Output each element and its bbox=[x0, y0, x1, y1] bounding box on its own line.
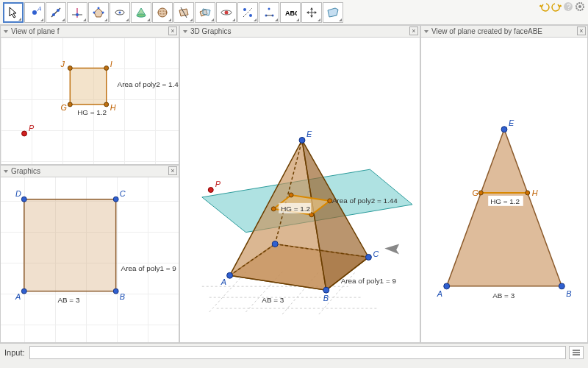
svg-point-69 bbox=[208, 188, 213, 193]
svg-point-33 bbox=[578, 5, 581, 8]
command-input[interactable] bbox=[29, 346, 566, 359]
close-icon[interactable]: × bbox=[168, 166, 177, 175]
input-bar: Input: bbox=[0, 343, 588, 361]
tool-rotate[interactable] bbox=[216, 2, 237, 23]
label-b-abe: B bbox=[566, 289, 571, 298]
panel-header-graphics[interactable]: Graphics × bbox=[1, 166, 179, 177]
svg-rect-80 bbox=[573, 352, 580, 353]
measure-area-poly1-3d: Area of poly1 = 9 bbox=[341, 277, 397, 285]
svg-point-42 bbox=[113, 197, 118, 202]
measure-hg-3d: HG = 1.2 bbox=[281, 205, 310, 213]
svg-point-9 bbox=[98, 7, 100, 9]
label-c: C bbox=[120, 189, 126, 198]
panel-header-abe[interactable]: View of plane created by faceABE × bbox=[421, 26, 587, 38]
tool-point[interactable]: A bbox=[24, 2, 45, 23]
svg-point-4 bbox=[57, 9, 60, 12]
tool-cone[interactable] bbox=[131, 2, 151, 23]
canvas-plane-abe[interactable]: E A B G H HG = 1.2 AB = 3 bbox=[421, 38, 587, 342]
redo-icon[interactable] bbox=[551, 1, 562, 12]
canvas-3d[interactable]: E A B C P HG = 1.2 Area of poly2 = 1.44 … bbox=[180, 38, 420, 342]
tool-sphere[interactable] bbox=[152, 2, 173, 23]
label-h-abe: H bbox=[532, 188, 538, 197]
svg-point-67 bbox=[365, 254, 371, 260]
svg-point-64 bbox=[299, 137, 305, 143]
tool-perpendicular[interactable] bbox=[67, 2, 87, 23]
svg-point-38 bbox=[104, 102, 109, 107]
svg-rect-34 bbox=[70, 68, 106, 105]
svg-point-66 bbox=[323, 287, 329, 293]
svg-point-68 bbox=[272, 241, 278, 247]
measure-ab-3d: AB = 3 bbox=[262, 296, 284, 304]
measure-area-poly2: Area of poly2 = 1.44 bbox=[118, 80, 179, 88]
svg-marker-71 bbox=[447, 130, 562, 286]
svg-point-15 bbox=[158, 8, 167, 17]
tool-view[interactable] bbox=[323, 2, 343, 23]
label-e-abe: E bbox=[509, 118, 514, 127]
svg-rect-81 bbox=[573, 354, 580, 355]
canvas-plane-f[interactable]: J I G H HG = 1.2 Area of poly2 = 1.44 P bbox=[1, 38, 179, 164]
label-h: H bbox=[110, 103, 116, 112]
panel-header-3d[interactable]: 3D Graphics × bbox=[180, 26, 420, 38]
panel-title: View of plane f bbox=[11, 27, 59, 35]
collapse-icon bbox=[424, 30, 429, 33]
tool-intersect[interactable] bbox=[195, 2, 215, 23]
input-label: Input: bbox=[4, 348, 25, 357]
measure-ab: AB = 3 bbox=[57, 296, 80, 304]
label-c-3d: C bbox=[373, 250, 379, 258]
label-g: G bbox=[60, 103, 66, 112]
label-d: D bbox=[15, 189, 21, 198]
svg-point-14 bbox=[137, 14, 146, 17]
svg-point-37 bbox=[68, 102, 72, 107]
measure-ab-abe: AB = 3 bbox=[492, 291, 515, 300]
workspace: View of plane f × J I G H HG = 1.2 Area … bbox=[0, 25, 588, 343]
svg-point-36 bbox=[104, 66, 109, 71]
panel-plane-abe: View of plane created by faceABE × E A B… bbox=[420, 25, 588, 343]
svg-point-11 bbox=[93, 11, 96, 13]
label-p-3d: P bbox=[215, 180, 221, 188]
svg-point-20 bbox=[243, 8, 246, 11]
tool-angle[interactable] bbox=[259, 2, 279, 23]
panel-header-plane-f[interactable]: View of plane f × bbox=[1, 26, 179, 38]
svg-text:A: A bbox=[37, 6, 41, 13]
label-p: P bbox=[29, 124, 35, 132]
close-icon[interactable]: × bbox=[577, 26, 586, 35]
measure-area-poly2-3d: Area of poly2 = 1.44 bbox=[332, 197, 398, 205]
close-icon[interactable]: × bbox=[409, 26, 418, 35]
label-a: A bbox=[15, 293, 21, 302]
label-i: I bbox=[110, 60, 112, 68]
svg-point-25 bbox=[268, 7, 270, 10]
tool-plane[interactable] bbox=[173, 2, 194, 23]
undo-icon[interactable] bbox=[539, 1, 550, 12]
svg-text:?: ? bbox=[567, 3, 571, 11]
svg-point-60 bbox=[271, 207, 276, 211]
tool-text[interactable]: ABC bbox=[280, 2, 301, 23]
panel-title: 3D Graphics bbox=[190, 27, 232, 35]
close-icon[interactable]: × bbox=[168, 26, 177, 35]
main-toolbar: A ABC ? bbox=[0, 0, 588, 25]
canvas-graphics[interactable]: D C A B AB = 3 Area of poly1 = 9 bbox=[1, 177, 179, 342]
measure-hg-abe: HG = 1.2 bbox=[490, 197, 520, 205]
tool-move[interactable] bbox=[3, 2, 24, 23]
tool-line[interactable] bbox=[46, 2, 66, 23]
tool-reflect[interactable] bbox=[237, 2, 258, 23]
svg-point-76 bbox=[478, 191, 483, 195]
help-icon[interactable]: ? bbox=[563, 1, 573, 12]
panel-title: Graphics bbox=[11, 167, 40, 175]
settings-icon[interactable] bbox=[575, 1, 585, 12]
panel-graphics: Graphics × D C A B AB = 3 Area of poly1 … bbox=[0, 165, 179, 343]
svg-point-43 bbox=[21, 289, 26, 294]
label-j: J bbox=[60, 60, 65, 68]
svg-point-35 bbox=[68, 66, 72, 71]
svg-point-63 bbox=[289, 193, 293, 197]
input-menu-icon[interactable] bbox=[569, 346, 584, 359]
tool-translate[interactable] bbox=[301, 2, 322, 23]
panel-3d-graphics: 3D Graphics × bbox=[179, 25, 420, 343]
svg-point-39 bbox=[22, 131, 27, 136]
panel-plane-f: View of plane f × J I G H HG = 1.2 Area … bbox=[0, 25, 179, 165]
tool-circle[interactable] bbox=[110, 2, 130, 23]
svg-point-77 bbox=[526, 191, 530, 195]
svg-point-41 bbox=[21, 197, 26, 202]
svg-point-75 bbox=[559, 283, 564, 289]
tool-polygon[interactable] bbox=[88, 2, 109, 23]
svg-marker-8 bbox=[94, 8, 103, 17]
